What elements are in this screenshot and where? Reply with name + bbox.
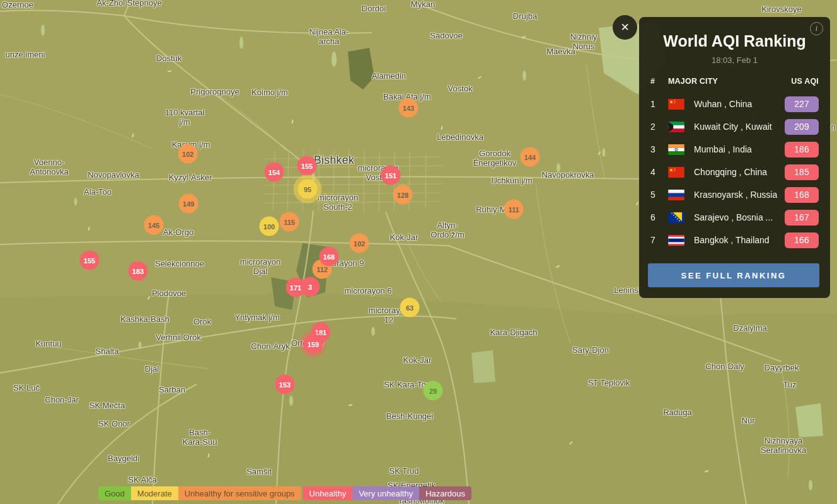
row-city: Wuhan , China <box>694 99 785 109</box>
column-aqi: US AQI <box>791 77 819 86</box>
aqi-marker[interactable]: 168 <box>320 247 339 266</box>
column-rank: # <box>650 77 668 86</box>
legend-item-very-unhealthy: Very unhealthy <box>352 486 419 500</box>
legend-item-moderate: Moderate <box>131 486 178 500</box>
aqi-marker[interactable]: 153 <box>275 375 295 394</box>
aqi-marker[interactable]: 155 <box>80 251 100 270</box>
row-city: Krasnoyarsk , Russia <box>694 190 785 200</box>
aqi-marker[interactable]: 100 <box>260 217 279 236</box>
ranking-row[interactable]: 3Mumbai , India186 <box>650 138 819 161</box>
see-full-ranking-button[interactable]: SEE FULL RANKING <box>648 263 819 287</box>
aqi-marker[interactable]: 145 <box>144 215 164 235</box>
ranking-rows: 1Wuhan , China2272Kuwait City , Kuwait20… <box>650 93 819 251</box>
row-rank: 5 <box>650 190 668 200</box>
row-rank: 6 <box>650 212 668 222</box>
row-rank: 3 <box>650 144 668 154</box>
aqi-marker[interactable]: 102 <box>350 234 369 253</box>
row-rank: 2 <box>650 122 668 132</box>
row-rank: 4 <box>650 167 668 177</box>
aqi-marker[interactable]: 144 <box>521 147 540 167</box>
aqi-marker[interactable]: 154 <box>265 163 284 182</box>
in-flag-icon <box>668 144 684 155</box>
cn-flag-icon <box>668 167 684 178</box>
cn-flag-icon <box>668 99 684 110</box>
aqi-marker[interactable]: 111 <box>504 200 524 219</box>
column-city: MAJOR CITY <box>668 77 791 86</box>
aqi-marker[interactable]: 143 <box>399 98 418 118</box>
ranking-row[interactable]: 6Sarajevo , Bosnia ...167 <box>650 206 819 229</box>
aqi-badge: 227 <box>785 96 819 112</box>
aqi-badge: 209 <box>785 119 819 135</box>
row-rank: 1 <box>650 99 668 109</box>
ba-flag-icon <box>668 212 684 223</box>
aqi-marker[interactable]: 115 <box>280 212 299 232</box>
close-panel-button[interactable]: ✕ <box>613 15 637 40</box>
aqi-badge: 167 <box>785 210 819 226</box>
aqi-marker[interactable]: 183 <box>129 261 148 281</box>
legend-item-unhealthy-for-sensitive-groups: Unhealthy for sensitive groups <box>178 486 301 500</box>
aqi-marker[interactable]: 128 <box>393 185 413 205</box>
aqi-marker[interactable]: 149 <box>179 194 199 214</box>
aqi-marker[interactable]: 102 <box>178 144 198 164</box>
ranking-row[interactable]: 7Bangkok , Thailand166 <box>650 229 819 251</box>
aqi-marker[interactable]: 159 <box>304 335 323 354</box>
aqi-badge: 185 <box>785 164 819 180</box>
aqi-marker[interactable]: 155 <box>297 156 317 176</box>
aqi-marker[interactable]: 63 <box>400 298 420 318</box>
row-city: Bangkok , Thailand <box>694 235 785 245</box>
th-flag-icon <box>668 235 684 246</box>
ranking-row[interactable]: 2Kuwait City , Kuwait209 <box>650 115 819 138</box>
panel-timestamp: 18:03, Feb 1 <box>639 55 830 65</box>
row-city: Kuwait City , Kuwait <box>694 122 785 132</box>
world-aqi-ranking-panel: i World AQI Ranking 18:03, Feb 1 # MAJOR… <box>639 17 830 298</box>
kw-flag-icon <box>668 122 684 132</box>
aqi-legend: GoodModerateUnhealthy for sensitive grou… <box>98 486 471 500</box>
aqi-marker[interactable]: 95 <box>298 180 318 199</box>
ranking-row[interactable]: 5Krasnoyarsk , Russia168 <box>650 183 819 206</box>
legend-item-good: Good <box>98 486 131 500</box>
ru-flag-icon <box>668 190 684 200</box>
row-city: Chongqing , China <box>694 167 785 177</box>
row-rank: 7 <box>650 235 668 245</box>
aqi-badge: 186 <box>785 142 819 158</box>
legend-item-unhealthy: Unhealthy <box>303 486 353 500</box>
row-city: Sarajevo , Bosnia ... <box>694 212 785 222</box>
aqi-badge: 168 <box>785 187 819 203</box>
legend-item-hazardous: Hazardous <box>419 486 471 500</box>
ranking-row[interactable]: 4Chongqing , China185 <box>650 161 819 183</box>
ranking-header: # MAJOR CITY US AQI <box>650 77 819 86</box>
aqi-marker[interactable]: 151 <box>381 166 401 185</box>
aqi-marker[interactable]: 171 <box>286 278 306 297</box>
close-icon: ✕ <box>620 21 629 34</box>
ranking-row[interactable]: 1Wuhan , China227 <box>650 93 819 115</box>
panel-title: World AQI Ranking <box>639 32 830 50</box>
aqi-marker[interactable]: 29 <box>424 381 443 401</box>
row-city: Mumbai , India <box>694 144 785 154</box>
aqi-badge: 166 <box>785 232 819 248</box>
